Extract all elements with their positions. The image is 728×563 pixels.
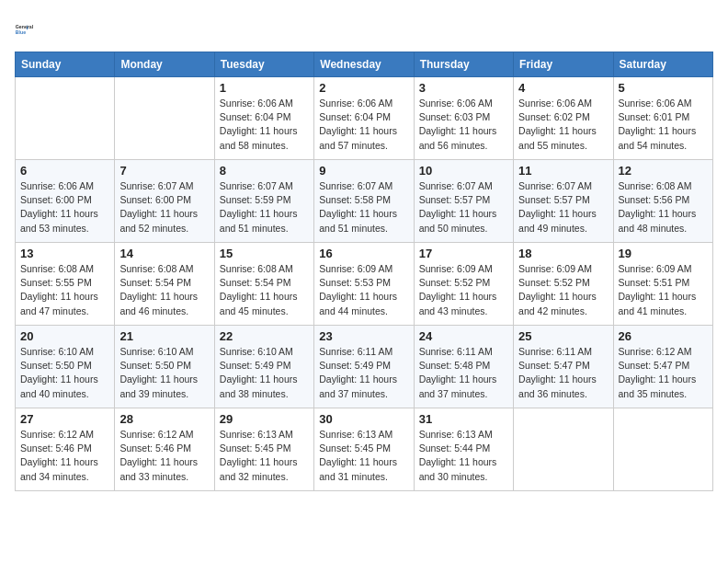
day-number: 2 <box>319 81 408 95</box>
day-number: 16 <box>319 247 408 260</box>
calendar-cell: 5Sunrise: 6:06 AMSunset: 6:01 PMDaylight… <box>613 77 712 160</box>
day-info: Sunrise: 6:06 AMSunset: 6:00 PMDaylight:… <box>20 179 109 236</box>
calendar-cell: 13Sunrise: 6:08 AMSunset: 5:55 PMDayligh… <box>16 243 115 326</box>
calendar-cell: 30Sunrise: 6:13 AMSunset: 5:45 PMDayligh… <box>314 408 414 491</box>
calendar-cell: 23Sunrise: 6:11 AMSunset: 5:49 PMDayligh… <box>314 326 414 408</box>
day-number: 23 <box>319 329 408 343</box>
calendar-cell: 25Sunrise: 6:11 AMSunset: 5:47 PMDayligh… <box>514 326 613 408</box>
day-number: 18 <box>518 247 608 260</box>
calendar-cell <box>16 77 115 160</box>
day-header-monday: Monday <box>115 52 214 77</box>
day-number: 8 <box>220 164 309 178</box>
day-number: 20 <box>20 329 109 343</box>
calendar-cell: 16Sunrise: 6:09 AMSunset: 5:53 PMDayligh… <box>314 243 414 326</box>
day-number: 17 <box>419 247 508 260</box>
day-info: Sunrise: 6:06 AMSunset: 6:01 PMDaylight:… <box>619 97 708 153</box>
calendar-cell: 8Sunrise: 6:07 AMSunset: 5:59 PMDaylight… <box>214 160 313 243</box>
calendar-cell: 1Sunrise: 6:06 AMSunset: 6:04 PMDaylight… <box>214 77 313 160</box>
day-number: 13 <box>20 247 109 260</box>
day-info: Sunrise: 6:11 AMSunset: 5:49 PMDaylight:… <box>319 345 408 401</box>
day-info: Sunrise: 6:06 AMSunset: 6:03 PMDaylight:… <box>419 97 508 153</box>
day-number: 14 <box>119 247 209 260</box>
calendar-cell: 28Sunrise: 6:12 AMSunset: 5:46 PMDayligh… <box>115 408 214 491</box>
day-header-wednesday: Wednesday <box>314 52 414 77</box>
day-info: Sunrise: 6:07 AMSunset: 5:58 PMDaylight:… <box>319 179 408 236</box>
day-number: 12 <box>619 164 708 178</box>
day-number: 26 <box>619 329 708 343</box>
day-number: 31 <box>419 412 508 426</box>
day-number: 21 <box>119 329 209 343</box>
calendar-cell <box>115 77 214 160</box>
day-number: 30 <box>319 412 408 426</box>
day-number: 6 <box>20 164 109 178</box>
day-info: Sunrise: 6:09 AMSunset: 5:53 PMDaylight:… <box>319 262 408 318</box>
calendar-cell: 14Sunrise: 6:08 AMSunset: 5:54 PMDayligh… <box>115 243 214 326</box>
day-number: 10 <box>419 164 508 178</box>
calendar-cell <box>514 408 613 491</box>
day-header-saturday: Saturday <box>613 52 712 77</box>
calendar-cell: 24Sunrise: 6:11 AMSunset: 5:48 PMDayligh… <box>414 326 513 408</box>
day-info: Sunrise: 6:10 AMSunset: 5:50 PMDaylight:… <box>20 345 109 401</box>
day-info: Sunrise: 6:06 AMSunset: 6:04 PMDaylight:… <box>319 97 408 153</box>
calendar-cell: 26Sunrise: 6:12 AMSunset: 5:47 PMDayligh… <box>613 326 712 408</box>
calendar-cell: 12Sunrise: 6:08 AMSunset: 5:56 PMDayligh… <box>613 160 712 243</box>
logo-icon: General Blue <box>15 15 44 44</box>
day-info: Sunrise: 6:11 AMSunset: 5:47 PMDaylight:… <box>518 345 608 401</box>
calendar-cell: 7Sunrise: 6:07 AMSunset: 6:00 PMDaylight… <box>115 160 214 243</box>
calendar-cell: 11Sunrise: 6:07 AMSunset: 5:57 PMDayligh… <box>514 160 613 243</box>
day-info: Sunrise: 6:06 AMSunset: 6:02 PMDaylight:… <box>518 97 608 153</box>
day-info: Sunrise: 6:06 AMSunset: 6:04 PMDaylight:… <box>220 97 309 153</box>
calendar-week-3: 13Sunrise: 6:08 AMSunset: 5:55 PMDayligh… <box>16 243 713 326</box>
day-info: Sunrise: 6:12 AMSunset: 5:47 PMDaylight:… <box>619 345 708 401</box>
calendar-cell: 20Sunrise: 6:10 AMSunset: 5:50 PMDayligh… <box>16 326 115 408</box>
calendar-week-4: 20Sunrise: 6:10 AMSunset: 5:50 PMDayligh… <box>16 326 713 408</box>
calendar-cell: 6Sunrise: 6:06 AMSunset: 6:00 PMDaylight… <box>16 160 115 243</box>
day-info: Sunrise: 6:07 AMSunset: 5:57 PMDaylight:… <box>518 179 608 236</box>
day-number: 27 <box>20 412 109 426</box>
calendar-cell: 2Sunrise: 6:06 AMSunset: 6:04 PMDaylight… <box>314 77 414 160</box>
calendar-table: SundayMondayTuesdayWednesdayThursdayFrid… <box>15 52 713 491</box>
day-number: 22 <box>220 329 309 343</box>
svg-text:General: General <box>16 24 34 29</box>
day-header-friday: Friday <box>514 52 613 77</box>
calendar-cell: 18Sunrise: 6:09 AMSunset: 5:52 PMDayligh… <box>514 243 613 326</box>
calendar-week-5: 27Sunrise: 6:12 AMSunset: 5:46 PMDayligh… <box>16 408 713 491</box>
calendar-cell <box>613 408 712 491</box>
day-info: Sunrise: 6:10 AMSunset: 5:49 PMDaylight:… <box>220 345 309 401</box>
calendar-cell: 21Sunrise: 6:10 AMSunset: 5:50 PMDayligh… <box>115 326 214 408</box>
svg-text:Blue: Blue <box>16 29 26 35</box>
day-info: Sunrise: 6:09 AMSunset: 5:51 PMDaylight:… <box>619 262 708 318</box>
day-number: 11 <box>518 164 608 178</box>
calendar-week-1: 1Sunrise: 6:06 AMSunset: 6:04 PMDaylight… <box>16 77 713 160</box>
day-info: Sunrise: 6:08 AMSunset: 5:54 PMDaylight:… <box>220 262 309 318</box>
calendar-cell: 15Sunrise: 6:08 AMSunset: 5:54 PMDayligh… <box>214 243 313 326</box>
day-info: Sunrise: 6:09 AMSunset: 5:52 PMDaylight:… <box>419 262 508 318</box>
day-number: 19 <box>619 247 708 260</box>
day-info: Sunrise: 6:08 AMSunset: 5:54 PMDaylight:… <box>119 262 209 318</box>
day-number: 1 <box>220 81 309 95</box>
day-info: Sunrise: 6:12 AMSunset: 5:46 PMDaylight:… <box>119 428 209 484</box>
day-info: Sunrise: 6:08 AMSunset: 5:55 PMDaylight:… <box>20 262 109 318</box>
calendar-cell: 22Sunrise: 6:10 AMSunset: 5:49 PMDayligh… <box>214 326 313 408</box>
day-number: 4 <box>518 81 608 95</box>
day-info: Sunrise: 6:13 AMSunset: 5:45 PMDaylight:… <box>319 428 408 484</box>
calendar-cell: 3Sunrise: 6:06 AMSunset: 6:03 PMDaylight… <box>414 77 513 160</box>
day-number: 29 <box>220 412 309 426</box>
day-info: Sunrise: 6:07 AMSunset: 6:00 PMDaylight:… <box>119 179 209 236</box>
day-number: 25 <box>518 329 608 343</box>
calendar-week-2: 6Sunrise: 6:06 AMSunset: 6:00 PMDaylight… <box>16 160 713 243</box>
day-header-thursday: Thursday <box>414 52 513 77</box>
day-info: Sunrise: 6:10 AMSunset: 5:50 PMDaylight:… <box>119 345 209 401</box>
calendar-header: SundayMondayTuesdayWednesdayThursdayFrid… <box>16 52 713 77</box>
day-number: 28 <box>119 412 209 426</box>
day-info: Sunrise: 6:07 AMSunset: 5:57 PMDaylight:… <box>419 179 508 236</box>
logo: General Blue <box>15 15 44 44</box>
day-info: Sunrise: 6:13 AMSunset: 5:44 PMDaylight:… <box>419 428 508 484</box>
calendar-cell: 10Sunrise: 6:07 AMSunset: 5:57 PMDayligh… <box>414 160 513 243</box>
day-number: 3 <box>419 81 508 95</box>
day-number: 5 <box>619 81 708 95</box>
day-header-sunday: Sunday <box>16 52 115 77</box>
calendar-cell: 29Sunrise: 6:13 AMSunset: 5:45 PMDayligh… <box>214 408 313 491</box>
day-info: Sunrise: 6:13 AMSunset: 5:45 PMDaylight:… <box>220 428 309 484</box>
calendar-cell: 4Sunrise: 6:06 AMSunset: 6:02 PMDaylight… <box>514 77 613 160</box>
